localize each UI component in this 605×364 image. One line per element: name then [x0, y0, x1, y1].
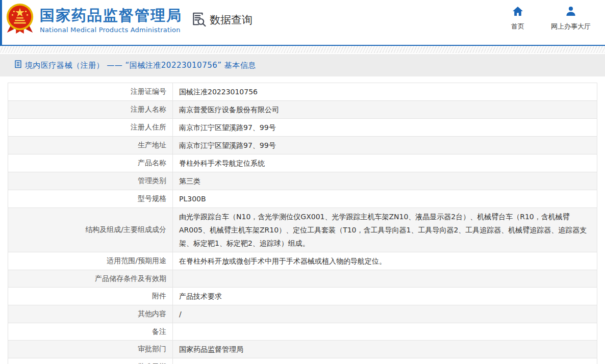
- striped-band: [0, 46, 605, 53]
- row-value: 第三类: [173, 172, 597, 190]
- data-query-label: 数据查询: [210, 13, 253, 27]
- table-row: 批准日期2022-06-14: [8, 358, 597, 364]
- table-row: 注册人住所南京市江宁区望溪路97、99号: [8, 119, 597, 137]
- row-label: 注册证编号: [8, 83, 173, 100]
- breadcrumb-text: 境内医疗器械（注册） —— “国械注准20223010756” 基本信息: [25, 61, 256, 70]
- table-row: 产品储存条件及有效期: [8, 270, 597, 288]
- row-value: 由光学跟踪台车（N10，含光学测位仪GX001、光学跟踪主机车架ZN10、液晶显…: [173, 208, 597, 252]
- row-value: [173, 323, 597, 340]
- table-row: 生产地址南京市江宁区望溪路97、99号: [8, 137, 597, 154]
- row-label: 结构及组成/主要组成成分: [8, 208, 173, 252]
- site-title-cn: 国家药品监督管理局: [40, 7, 182, 24]
- table-row: 其他内容/: [8, 305, 597, 323]
- row-label: 管理类别: [8, 172, 173, 190]
- brand-block[interactable]: 国家药品监督管理局 National Medical Products Admi…: [40, 7, 182, 34]
- row-label: 适用范围/预期用途: [8, 252, 173, 270]
- table-row: 注册人名称南京普爱医疗设备股份有限公司: [8, 101, 597, 119]
- nav-service-hall-label: 网上办事大厅: [551, 22, 591, 31]
- row-label: 生产地址: [8, 137, 173, 154]
- table-row: 审批部门国家药品监督管理局: [8, 341, 597, 358]
- data-query-entry[interactable]: 数据查询: [191, 11, 253, 29]
- row-label: 其他内容: [8, 305, 173, 323]
- nav-item-service-hall[interactable]: 网上办事大厅: [551, 6, 591, 31]
- table-row: 产品名称脊柱外科手术导航定位系统: [8, 154, 597, 172]
- row-value: 南京市江宁区望溪路97、99号: [173, 119, 597, 136]
- table-row: 结构及组成/主要组成成分由光学跟踪台车（N10，含光学测位仪GX001、光学跟踪…: [8, 208, 597, 252]
- site-header: 国家药品监督管理局 National Medical Products Admi…: [0, 0, 605, 45]
- row-value: [173, 270, 597, 287]
- table-row: 适用范围/预期用途在脊柱外科开放或微创手术中用于手术器械或植入物的导航定位。: [8, 252, 597, 270]
- row-value: 产品技术要求: [173, 288, 597, 305]
- row-value: 脊柱外科手术导航定位系统: [173, 154, 597, 172]
- document-search-icon: [191, 11, 206, 29]
- breadcrumb: 境内医疗器械（注册） —— “国械注准20223010756” 基本信息: [0, 54, 605, 76]
- national-emblem-icon[interactable]: [4, 2, 36, 35]
- site-title-en: National Medical Products Administration: [40, 26, 182, 34]
- row-label: 注册人名称: [8, 101, 173, 118]
- row-value: 国家药品监督管理局: [173, 341, 597, 358]
- row-value: 南京市江宁区望溪路97、99号: [173, 137, 597, 154]
- page: 国家药品监督管理局 National Medical Products Admi…: [0, 0, 605, 364]
- row-value: 2022-06-14: [173, 358, 597, 364]
- top-nav: 首页 网上办事大厅: [511, 6, 591, 31]
- row-label: 附件: [8, 288, 173, 305]
- row-value: 南京普爱医疗设备股份有限公司: [173, 101, 597, 118]
- table-row: 注册证编号国械注准20223010756: [8, 83, 597, 101]
- table-row: 管理类别第三类: [8, 172, 597, 190]
- row-label: 批准日期: [8, 358, 173, 364]
- row-value: 国械注准20223010756: [173, 83, 597, 100]
- row-label: 型号规格: [8, 190, 173, 207]
- nav-home-label: 首页: [511, 22, 524, 31]
- table-row: 附件产品技术要求: [8, 288, 597, 305]
- row-label: 产品储存条件及有效期: [8, 270, 173, 287]
- home-icon: [512, 6, 523, 18]
- row-label: 注册人住所: [8, 119, 173, 136]
- row-label: 备注: [8, 323, 173, 340]
- row-label: 产品名称: [8, 154, 173, 172]
- table-row: 备注: [8, 323, 597, 341]
- person-icon: [565, 6, 576, 18]
- row-label: 审批部门: [8, 341, 173, 358]
- info-table: 注册证编号国械注准20223010756注册人名称南京普爱医疗设备股份有限公司注…: [8, 83, 597, 364]
- table-row: 型号规格PL300B: [8, 190, 597, 208]
- row-value: PL300B: [173, 190, 597, 207]
- row-value: /: [173, 305, 597, 323]
- header-accent-strip: [0, 0, 2, 45]
- nav-item-home[interactable]: 首页: [511, 6, 524, 31]
- document-icon: [14, 60, 22, 70]
- row-value: 在脊柱外科开放或微创手术中用于手术器械或植入物的导航定位。: [173, 252, 597, 270]
